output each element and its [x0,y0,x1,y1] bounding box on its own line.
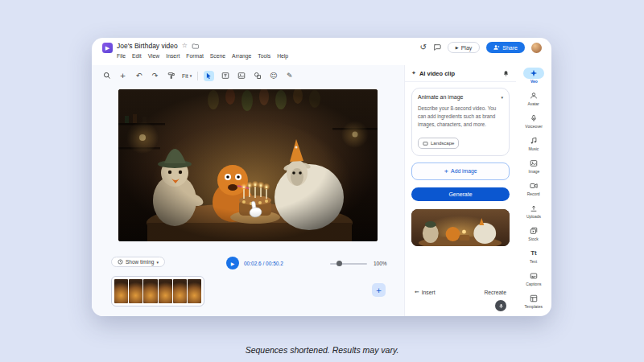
zoom-slider[interactable] [330,263,367,265]
bell-icon[interactable] [502,70,510,77]
captions-icon [523,270,544,282]
add-image-label: Add image [451,168,477,174]
templates-icon [523,293,544,304]
mic-button[interactable] [495,300,506,311]
menu-insert[interactable]: Insert [166,53,180,59]
editor-area: + ↶ ↷ Fit ▾ [92,65,405,316]
show-timing-dropdown[interactable]: Show timing ▾ [111,257,165,267]
textbox-tool-icon[interactable] [220,71,230,81]
recreate-label: Recreate [484,290,506,295]
sidebar-rail: Veo Avatar Voiceover Music [516,65,551,311]
sidebar-item-templates[interactable]: Templates [516,293,551,310]
document-title-row: Joe's Birthday video ☆ [117,42,199,50]
image-icon [523,158,544,169]
zoom-level: 100% [374,261,387,266]
insert-button[interactable]: ← Insert [415,289,436,295]
show-timing-label: Show timing [126,259,154,265]
shapes-tool-icon[interactable] [252,71,262,81]
vids-logo-icon[interactable]: ▶ [102,43,113,53]
sidebar-item-veo[interactable]: Veo [516,68,551,84]
chevron-down-icon: ▾ [156,260,159,265]
sticker-tool-icon[interactable]: ☺ [268,71,279,81]
add-image-button[interactable]: + Add image [411,162,510,180]
clock-icon [118,259,123,265]
menu-help[interactable]: Help [277,53,288,59]
menu-tools[interactable]: Tools [258,53,270,59]
timeline-clip[interactable] [111,276,204,306]
fit-label: Fit [182,73,188,79]
landscape-icon [423,141,428,146]
sidebar-item-music[interactable]: Music [516,135,551,152]
mode-dropdown[interactable]: Animate an image ▾ [418,94,503,100]
generate-button[interactable]: Generate [411,187,510,201]
add-scene-button[interactable]: + [372,283,386,297]
menu-format[interactable]: Format [186,53,204,59]
ai-video-panel: ✦ AI video clip Animate an image ▾ Descr… [404,65,516,316]
recreate-button[interactable]: Recreate [484,290,506,295]
app-window: ▶ Joe's Birthday video ☆ File Edit View … [92,38,551,316]
video-canvas[interactable] [118,89,378,241]
timeline-frame[interactable] [129,279,142,303]
sparkle-icon: ✦ [411,70,416,76]
account-avatar[interactable] [531,43,542,53]
timeline-frame[interactable] [173,279,187,303]
aspect-ratio-label: Landscape [431,141,454,146]
add-icon[interactable]: + [118,71,128,81]
menu-view[interactable]: View [148,53,160,59]
redo-icon[interactable]: ↷ [150,71,160,81]
version-history-icon[interactable]: ↺ [419,43,426,51]
text-icon: Tt [523,248,544,259]
document-title[interactable]: Joe's Birthday video [117,42,178,50]
move-folder-icon[interactable] [192,43,199,50]
zoom-slider-handle[interactable] [336,261,342,266]
star-icon[interactable]: ☆ [182,43,188,49]
image-tool-icon[interactable] [236,71,246,81]
menu-arrange[interactable]: Arrange [232,53,251,59]
insert-label: Insert [422,290,436,295]
toolbar-divider [197,72,198,80]
titlebar-actions: ↺ ▶ Play Share [419,42,542,53]
time-display: 00:02.6 / 00:50.2 [244,261,283,266]
menu-edit[interactable]: Edit [132,53,142,59]
share-button[interactable]: Share [486,42,525,53]
pen-tool-icon[interactable]: ✎ [284,71,295,81]
sidebar-item-captions[interactable]: Captions [516,270,551,287]
chevron-down-icon: ▾ [501,95,503,100]
undo-icon[interactable]: ↶ [134,71,144,81]
sidebar-item-stock[interactable]: Stock [516,225,551,242]
music-icon [523,135,544,146]
sidebar-item-uploads[interactable]: Uploads [516,203,551,220]
sidebar-item-record[interactable]: Record [516,180,551,197]
veo-sparkle-icon [523,68,544,79]
plus-icon: + [444,168,448,175]
sidebar-item-text[interactable]: Tt Text [516,248,551,265]
result-thumbnail[interactable] [411,209,510,246]
fit-zoom-dropdown[interactable]: Fit ▾ [182,73,192,79]
timeline-frame[interactable] [143,279,157,303]
avatar-icon [523,90,544,101]
sidebar-item-avatar[interactable]: Avatar [516,90,551,107]
timeline-frame[interactable] [159,279,172,303]
panel-title: AI video clip [419,70,455,77]
sidebar-item-image[interactable]: Image [516,158,551,175]
zoom-search-icon[interactable] [101,71,112,81]
timeline-play-button[interactable]: ▶ [226,257,239,269]
timeline-frame[interactable] [114,279,128,303]
prompt-card: Animate an image ▾ Describe your 8-secon… [411,88,510,156]
stock-media-icon [523,225,544,237]
paint-format-icon[interactable] [166,71,176,81]
sidebar-item-voiceover[interactable]: Voiceover [516,113,551,130]
thumbnail-scene [411,209,510,246]
share-button-label: Share [502,45,518,51]
menu-file[interactable]: File [117,53,126,59]
comments-icon[interactable] [433,43,441,51]
mode-selected-label: Animate an image [418,94,463,100]
timeline-frame[interactable] [188,279,201,303]
menu-scene[interactable]: Scene [210,53,225,59]
play-button[interactable]: ▶ Play [448,42,480,53]
select-tool-icon[interactable] [204,71,214,81]
prompt-description: Describe your 8-second video. You can ad… [418,105,503,128]
mic-icon [498,303,504,309]
aspect-ratio-chip[interactable]: Landscape [418,138,459,149]
arrow-left-icon: ← [415,289,419,295]
